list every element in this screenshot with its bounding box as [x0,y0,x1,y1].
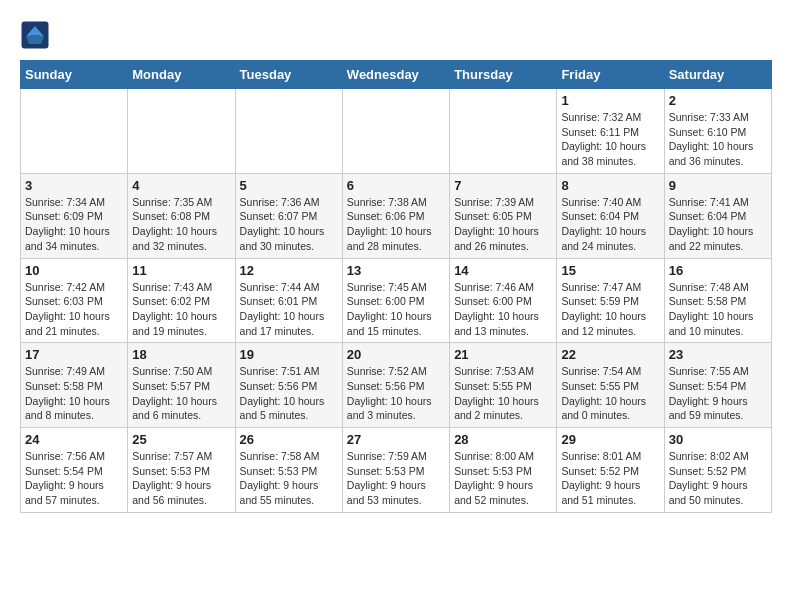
calendar-cell: 11Sunrise: 7:43 AM Sunset: 6:02 PM Dayli… [128,258,235,343]
day-number: 30 [669,432,767,447]
calendar-cell: 9Sunrise: 7:41 AM Sunset: 6:04 PM Daylig… [664,173,771,258]
calendar-cell: 24Sunrise: 7:56 AM Sunset: 5:54 PM Dayli… [21,428,128,513]
calendar-cell: 23Sunrise: 7:55 AM Sunset: 5:54 PM Dayli… [664,343,771,428]
day-number: 19 [240,347,338,362]
calendar-cell: 15Sunrise: 7:47 AM Sunset: 5:59 PM Dayli… [557,258,664,343]
day-info: Sunrise: 7:44 AM Sunset: 6:01 PM Dayligh… [240,280,338,339]
weekday-header-tuesday: Tuesday [235,61,342,89]
calendar-cell [450,89,557,174]
day-info: Sunrise: 7:38 AM Sunset: 6:06 PM Dayligh… [347,195,445,254]
calendar-cell: 27Sunrise: 7:59 AM Sunset: 5:53 PM Dayli… [342,428,449,513]
day-info: Sunrise: 7:48 AM Sunset: 5:58 PM Dayligh… [669,280,767,339]
calendar-cell [342,89,449,174]
day-info: Sunrise: 7:42 AM Sunset: 6:03 PM Dayligh… [25,280,123,339]
day-info: Sunrise: 7:51 AM Sunset: 5:56 PM Dayligh… [240,364,338,423]
calendar-cell [128,89,235,174]
calendar-cell: 22Sunrise: 7:54 AM Sunset: 5:55 PM Dayli… [557,343,664,428]
calendar-cell: 7Sunrise: 7:39 AM Sunset: 6:05 PM Daylig… [450,173,557,258]
weekday-header-friday: Friday [557,61,664,89]
day-info: Sunrise: 7:34 AM Sunset: 6:09 PM Dayligh… [25,195,123,254]
calendar-cell: 29Sunrise: 8:01 AM Sunset: 5:52 PM Dayli… [557,428,664,513]
day-info: Sunrise: 7:58 AM Sunset: 5:53 PM Dayligh… [240,449,338,508]
calendar-cell: 8Sunrise: 7:40 AM Sunset: 6:04 PM Daylig… [557,173,664,258]
weekday-header-wednesday: Wednesday [342,61,449,89]
calendar-cell: 21Sunrise: 7:53 AM Sunset: 5:55 PM Dayli… [450,343,557,428]
day-number: 2 [669,93,767,108]
day-number: 24 [25,432,123,447]
day-number: 8 [561,178,659,193]
weekday-header-saturday: Saturday [664,61,771,89]
day-number: 10 [25,263,123,278]
logo-icon [20,20,50,50]
calendar-cell: 18Sunrise: 7:50 AM Sunset: 5:57 PM Dayli… [128,343,235,428]
calendar-cell: 25Sunrise: 7:57 AM Sunset: 5:53 PM Dayli… [128,428,235,513]
day-number: 14 [454,263,552,278]
weekday-header-row: SundayMondayTuesdayWednesdayThursdayFrid… [21,61,772,89]
day-number: 6 [347,178,445,193]
calendar-week-2: 3Sunrise: 7:34 AM Sunset: 6:09 PM Daylig… [21,173,772,258]
day-number: 17 [25,347,123,362]
day-number: 5 [240,178,338,193]
calendar-week-4: 17Sunrise: 7:49 AM Sunset: 5:58 PM Dayli… [21,343,772,428]
calendar-cell: 13Sunrise: 7:45 AM Sunset: 6:00 PM Dayli… [342,258,449,343]
day-number: 28 [454,432,552,447]
day-number: 1 [561,93,659,108]
day-info: Sunrise: 7:36 AM Sunset: 6:07 PM Dayligh… [240,195,338,254]
day-number: 16 [669,263,767,278]
calendar-week-3: 10Sunrise: 7:42 AM Sunset: 6:03 PM Dayli… [21,258,772,343]
calendar-cell [235,89,342,174]
day-number: 11 [132,263,230,278]
day-info: Sunrise: 7:52 AM Sunset: 5:56 PM Dayligh… [347,364,445,423]
day-number: 22 [561,347,659,362]
day-number: 4 [132,178,230,193]
day-info: Sunrise: 7:39 AM Sunset: 6:05 PM Dayligh… [454,195,552,254]
calendar-cell: 16Sunrise: 7:48 AM Sunset: 5:58 PM Dayli… [664,258,771,343]
day-info: Sunrise: 7:55 AM Sunset: 5:54 PM Dayligh… [669,364,767,423]
day-info: Sunrise: 7:56 AM Sunset: 5:54 PM Dayligh… [25,449,123,508]
day-number: 9 [669,178,767,193]
calendar-cell: 12Sunrise: 7:44 AM Sunset: 6:01 PM Dayli… [235,258,342,343]
day-info: Sunrise: 7:41 AM Sunset: 6:04 PM Dayligh… [669,195,767,254]
day-info: Sunrise: 7:53 AM Sunset: 5:55 PM Dayligh… [454,364,552,423]
day-info: Sunrise: 7:45 AM Sunset: 6:00 PM Dayligh… [347,280,445,339]
day-number: 25 [132,432,230,447]
day-number: 12 [240,263,338,278]
day-info: Sunrise: 7:57 AM Sunset: 5:53 PM Dayligh… [132,449,230,508]
day-info: Sunrise: 7:43 AM Sunset: 6:02 PM Dayligh… [132,280,230,339]
day-number: 23 [669,347,767,362]
day-number: 27 [347,432,445,447]
day-number: 26 [240,432,338,447]
day-number: 21 [454,347,552,362]
calendar-cell [21,89,128,174]
calendar-cell: 4Sunrise: 7:35 AM Sunset: 6:08 PM Daylig… [128,173,235,258]
day-info: Sunrise: 7:49 AM Sunset: 5:58 PM Dayligh… [25,364,123,423]
calendar-body: 1Sunrise: 7:32 AM Sunset: 6:11 PM Daylig… [21,89,772,513]
calendar-cell: 26Sunrise: 7:58 AM Sunset: 5:53 PM Dayli… [235,428,342,513]
day-info: Sunrise: 8:00 AM Sunset: 5:53 PM Dayligh… [454,449,552,508]
calendar-week-5: 24Sunrise: 7:56 AM Sunset: 5:54 PM Dayli… [21,428,772,513]
calendar-header: SundayMondayTuesdayWednesdayThursdayFrid… [21,61,772,89]
calendar-cell: 20Sunrise: 7:52 AM Sunset: 5:56 PM Dayli… [342,343,449,428]
day-number: 3 [25,178,123,193]
day-info: Sunrise: 7:54 AM Sunset: 5:55 PM Dayligh… [561,364,659,423]
weekday-header-sunday: Sunday [21,61,128,89]
calendar-cell: 14Sunrise: 7:46 AM Sunset: 6:00 PM Dayli… [450,258,557,343]
logo [20,20,54,50]
calendar-cell: 19Sunrise: 7:51 AM Sunset: 5:56 PM Dayli… [235,343,342,428]
day-info: Sunrise: 7:35 AM Sunset: 6:08 PM Dayligh… [132,195,230,254]
page-header [20,20,772,50]
day-number: 29 [561,432,659,447]
calendar-cell: 28Sunrise: 8:00 AM Sunset: 5:53 PM Dayli… [450,428,557,513]
day-info: Sunrise: 7:47 AM Sunset: 5:59 PM Dayligh… [561,280,659,339]
day-info: Sunrise: 8:02 AM Sunset: 5:52 PM Dayligh… [669,449,767,508]
day-info: Sunrise: 7:40 AM Sunset: 6:04 PM Dayligh… [561,195,659,254]
day-info: Sunrise: 8:01 AM Sunset: 5:52 PM Dayligh… [561,449,659,508]
day-number: 18 [132,347,230,362]
day-number: 20 [347,347,445,362]
day-info: Sunrise: 7:33 AM Sunset: 6:10 PM Dayligh… [669,110,767,169]
day-number: 15 [561,263,659,278]
day-number: 7 [454,178,552,193]
day-number: 13 [347,263,445,278]
calendar-cell: 5Sunrise: 7:36 AM Sunset: 6:07 PM Daylig… [235,173,342,258]
day-info: Sunrise: 7:59 AM Sunset: 5:53 PM Dayligh… [347,449,445,508]
